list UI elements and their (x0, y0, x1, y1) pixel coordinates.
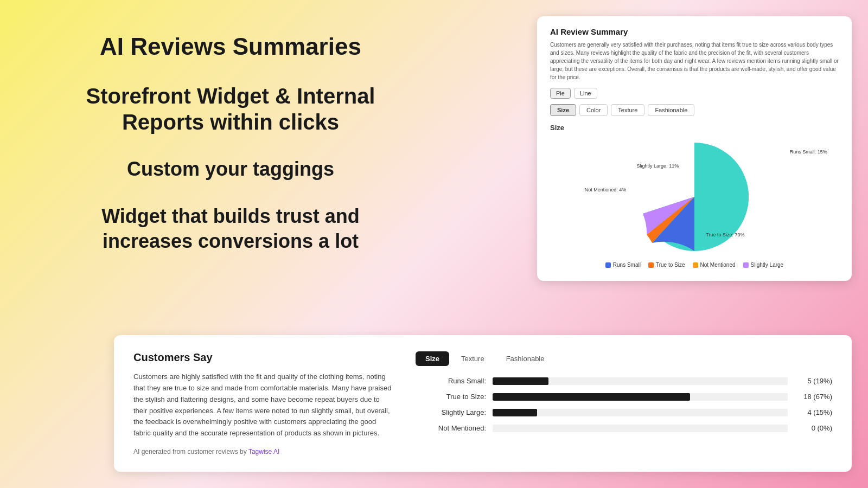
bar-value-not-mentioned: 0 (0%) (794, 424, 832, 432)
chart-type-pie[interactable]: Pie (550, 88, 571, 99)
bar-label-not-mentioned: Not Mentioned: (416, 424, 486, 432)
bar-track-not-mentioned (493, 425, 788, 432)
chart-legend: Runs Small True to Size Not Mentioned Sl… (550, 262, 839, 268)
ai-text-prefix: AI generated from customer reviews by (133, 448, 248, 455)
pie-chart-container: Runs Small: 15% Slightly Large: 11% Not … (550, 137, 839, 256)
hero-line5: Widget that builds trust and (101, 205, 360, 227)
legend-item-slightly-large: Slightly Large (743, 262, 784, 268)
ai-review-summary-card: AI Review Summary Customers are generall… (537, 16, 852, 281)
hero-sub2: Widget that builds trust and increases c… (54, 204, 407, 255)
card-summary-text: Customers are generally very satisfied w… (550, 41, 839, 81)
pie-label-runs-small: Runs Small: 15% (790, 149, 827, 155)
bar-row-slightly-large: Slightly Large: 4 (15%) (416, 408, 832, 416)
tagwise-ai-link[interactable]: Tagwise AI (248, 448, 279, 455)
pie-label-true-to-size: True to Size: 70% (706, 232, 744, 237)
hero-section: AI Reviews Summaries Storefront Widget &… (54, 33, 407, 254)
chart-type-line[interactable]: Line (574, 88, 597, 99)
chart-type-buttons: Pie Line (550, 88, 839, 99)
legend-dot-runs-small (605, 262, 611, 268)
bar-row-runs-small: Runs Small: 5 (19%) (416, 377, 832, 385)
bar-track-slightly-large (493, 409, 788, 416)
bar-value-true-to-size: 18 (67%) (794, 393, 832, 401)
customers-say-title: Customers Say (133, 351, 394, 364)
tab-size[interactable]: Size (416, 351, 449, 366)
bar-row-true-to-size: True to Size: 18 (67%) (416, 393, 832, 401)
bar-fill-slightly-large (493, 409, 537, 416)
tag-texture[interactable]: Texture (611, 104, 644, 116)
hero-line2: Storefront Widget & Internal (86, 84, 375, 108)
legend-dot-not-mentioned (693, 262, 698, 268)
bar-track-true-to-size (493, 393, 788, 401)
legend-dot-true-to-size (648, 262, 654, 268)
legend-dot-slightly-large (743, 262, 749, 268)
legend-item-true-to-size: True to Size (648, 262, 685, 268)
tag-fashionable[interactable]: Fashionable (648, 104, 694, 116)
tag-size[interactable]: Size (550, 104, 576, 116)
legend-item-runs-small: Runs Small (605, 262, 641, 268)
bar-value-runs-small: 5 (19%) (794, 377, 832, 385)
bar-row-not-mentioned: Not Mentioned: 0 (0%) (416, 424, 832, 432)
tag-color[interactable]: Color (579, 104, 608, 116)
customers-say-text: Customers are highly satisfied with the … (133, 371, 394, 439)
bottom-tabs: Size Texture Fashionable (416, 351, 832, 366)
bar-value-slightly-large: 4 (15%) (794, 408, 832, 416)
bottom-widget-card: Customers Say Customers are highly satis… (114, 335, 852, 472)
bottom-left-section: Customers Say Customers are highly satis… (133, 351, 394, 455)
ai-generated-text: AI generated from customer reviews by Ta… (133, 448, 394, 455)
tab-fashionable[interactable]: Fashionable (496, 351, 554, 366)
bar-label-true-to-size: True to Size: (416, 393, 486, 401)
tab-texture[interactable]: Texture (451, 351, 494, 366)
pie-labels: Runs Small: 15% Slightly Large: 11% Not … (550, 137, 839, 256)
pie-label-slightly-large: Slightly Large: 11% (637, 163, 679, 169)
tag-buttons: Size Color Texture Fashionable (550, 104, 839, 116)
hero-title-line1: AI Reviews Summaries (54, 33, 407, 61)
bar-track-runs-small (493, 377, 788, 385)
hero-line6: increases conversions a lot (103, 230, 359, 252)
chart-section-label: Size (550, 124, 839, 132)
card-title: AI Review Summary (550, 27, 839, 36)
hero-title-line23: Storefront Widget & Internal Reports wit… (54, 83, 407, 135)
bar-fill-runs-small (493, 377, 548, 385)
bar-label-runs-small: Runs Small: (416, 377, 486, 385)
pie-label-not-mentioned: Not Mentioned: 4% (585, 187, 627, 192)
bar-fill-true-to-size (493, 393, 690, 401)
bar-label-slightly-large: Slightly Large: (416, 408, 486, 416)
hero-line3: Reports within clicks (122, 110, 339, 134)
hero-subtitle: Custom your taggings (54, 157, 407, 182)
bottom-right-section: Size Texture Fashionable Runs Small: 5 (… (416, 351, 832, 455)
legend-item-not-mentioned: Not Mentioned (693, 262, 736, 268)
